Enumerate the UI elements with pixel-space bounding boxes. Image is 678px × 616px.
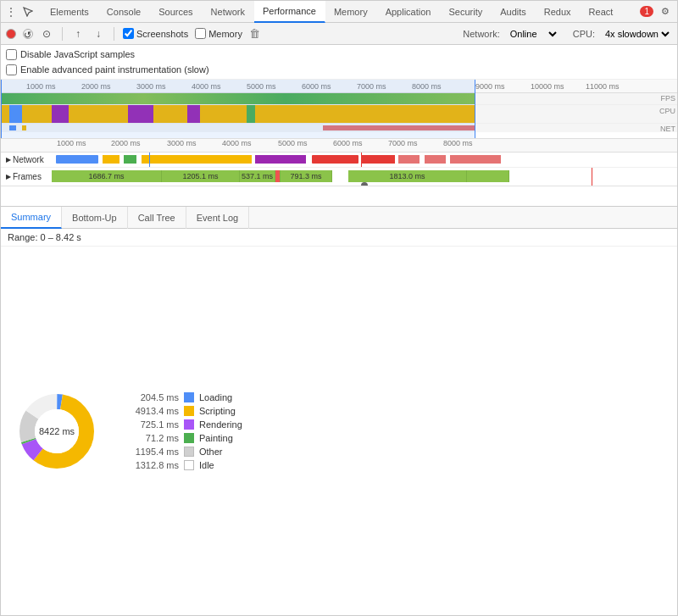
legend-idle: 1312.8 ms Idle: [119, 460, 242, 470]
rendering-name: Rendering: [199, 419, 242, 430]
tick-3000: 3000 ms: [136, 82, 166, 91]
cpu-track: CPU: [1, 105, 677, 124]
resize-handle[interactable]: [361, 182, 368, 186]
dock-icon[interactable]: ⋮: [4, 5, 18, 19]
memory-checkbox-label[interactable]: Memory: [195, 28, 242, 39]
network-label-text: Network: [13, 155, 44, 164]
tick-8000: 8000 ms: [412, 82, 442, 91]
tab-react[interactable]: React: [581, 1, 623, 23]
frames-track-label[interactable]: ▶ Frames: [1, 172, 52, 181]
fps-track: FPS: [1, 93, 677, 105]
tab-call-tree[interactable]: Call Tree: [128, 207, 186, 229]
net-bar-2: [22, 125, 26, 130]
tick-6000: 6000 ms: [302, 82, 331, 91]
other-color: [184, 447, 194, 457]
tab-audits[interactable]: Audits: [492, 1, 536, 23]
network-track-row: ▶ Network: [1, 153, 677, 168]
tab-memory[interactable]: Memory: [325, 1, 377, 23]
devtools-window: ⋮ Elements Console Sources Network Perfo…: [0, 0, 678, 616]
main-tick-2000: 2000 ms: [111, 139, 141, 147]
donut-total-label: 8422 ms: [39, 426, 75, 436]
fps-bars: [1, 93, 475, 104]
network-track-label[interactable]: ▶ Network: [1, 155, 52, 164]
donut-chart: 8422 ms: [14, 389, 99, 474]
painting-ms: 71.2 ms: [119, 433, 179, 443]
frame-1: 1686.7 ms: [52, 170, 162, 182]
painting-color: [184, 433, 194, 443]
overview-ruler: 1000 ms 2000 ms 3000 ms 4000 ms 5000 ms …: [1, 80, 677, 93]
legend-other: 1195.4 ms Other: [119, 447, 242, 457]
frame-2: 1205.1 ms: [162, 170, 240, 182]
frame-4: 791.3 ms: [281, 170, 332, 182]
trash-icon[interactable]: 🗑: [249, 27, 260, 40]
main-tick-6000: 6000 ms: [333, 139, 363, 147]
main-tick-4000: 4000 ms: [222, 139, 252, 147]
other-ms: 1195.4 ms: [119, 447, 179, 457]
main-timeline[interactable]: 1000 ms 2000 ms 3000 ms 4000 ms 5000 ms …: [1, 139, 677, 207]
tab-redux[interactable]: Redux: [536, 1, 581, 23]
main-tick-5000: 5000 ms: [278, 139, 308, 147]
screenshots-checkbox[interactable]: [123, 28, 134, 39]
tab-event-log[interactable]: Event Log: [186, 207, 250, 229]
fps-text: FPS: [660, 94, 675, 103]
scripting-ms: 4913.4 ms: [119, 406, 179, 416]
settings-icon[interactable]: ⚙: [657, 3, 674, 20]
cpu-select[interactable]: 4x slowdown No throttling 2x slowdown 6x…: [602, 28, 672, 40]
tab-network[interactable]: Network: [203, 1, 254, 23]
tab-performance[interactable]: Performance: [254, 1, 325, 23]
memory-checkbox[interactable]: [195, 28, 206, 39]
tab-summary[interactable]: Summary: [1, 207, 62, 229]
download-icon[interactable]: ↓: [92, 27, 105, 41]
tab-bar: ⋮ Elements Console Sources Network Perfo…: [1, 1, 677, 23]
legend-rendering: 725.1 ms Rendering: [119, 419, 242, 430]
tab-bottom-up[interactable]: Bottom-Up: [62, 207, 128, 229]
tab-security[interactable]: Security: [440, 1, 492, 23]
inspect-icon[interactable]: [21, 5, 35, 19]
rendering-color: [184, 419, 194, 430]
painting-name: Painting: [199, 433, 233, 443]
idle-color: [184, 460, 194, 470]
other-name: Other: [199, 447, 223, 457]
tab-console[interactable]: Console: [98, 1, 150, 23]
network-select[interactable]: Online Slow 3G Fast 3G Offline: [507, 28, 559, 40]
frames-track-row: ▶ Frames 1686.7 ms 1205.1 ms 537.1 ms: [1, 168, 677, 186]
tick-1000: 1000 ms: [26, 82, 56, 91]
net-req-4: [142, 155, 252, 164]
disable-js-checkbox[interactable]: [6, 49, 17, 60]
screenshots-checkbox-label[interactable]: Screenshots: [123, 28, 188, 39]
tab-elements[interactable]: Elements: [42, 1, 98, 23]
frame-3: 537.1 ms: [240, 170, 275, 182]
main-tick-8000: 8000 ms: [443, 139, 473, 147]
net-req-5: [255, 155, 306, 164]
bottom-tabs: Summary Bottom-Up Call Tree Event Log: [1, 207, 677, 229]
network-chevron: ▶: [6, 156, 11, 164]
frame-6: [467, 170, 509, 182]
tick-10000: 10000 ms: [531, 82, 564, 91]
enable-paint-checkbox[interactable]: [6, 64, 17, 75]
range-info: Range: 0 – 8.42 s: [1, 229, 677, 247]
tick-11000: 11000 ms: [586, 82, 620, 91]
main-tick-7000: 7000 ms: [388, 139, 418, 147]
frame-red-marker: [592, 168, 592, 186]
tick-4000: 4000 ms: [192, 82, 221, 91]
record-button[interactable]: [6, 29, 16, 39]
main-tick-3000: 3000 ms: [167, 139, 197, 147]
frame-5: 1813.0 ms: [348, 170, 467, 182]
clear-button[interactable]: ⊙: [40, 27, 53, 41]
tab-sources[interactable]: Sources: [150, 1, 202, 23]
cpu-label: CPU:: [573, 29, 595, 39]
cpu-scripting: [1, 105, 475, 123]
devtools-icons: ⋮: [4, 5, 35, 19]
frames-track-content: 1686.7 ms 1205.1 ms 537.1 ms 791.3 ms: [52, 168, 677, 186]
frames-chevron: ▶: [6, 173, 11, 180]
cpu-rendering-3: [187, 105, 200, 123]
options-bar: Disable JavaScript samples Enable advanc…: [1, 45, 677, 80]
net-req-1: [56, 155, 98, 164]
legend: 204.5 ms Loading 4913.4 ms Scripting 725…: [119, 392, 242, 470]
network-label: Network:: [463, 29, 499, 39]
upload-icon[interactable]: ↑: [71, 27, 85, 41]
tab-application[interactable]: Application: [377, 1, 441, 23]
overview-timeline[interactable]: 1000 ms 2000 ms 3000 ms 4000 ms 5000 ms …: [1, 80, 677, 139]
range-label: Range: 0 – 8.42 s: [8, 232, 81, 242]
refresh-button[interactable]: ↺: [23, 29, 33, 39]
